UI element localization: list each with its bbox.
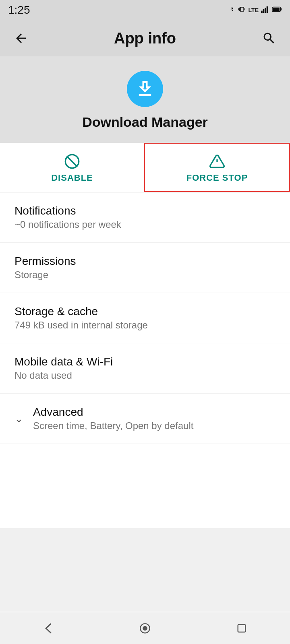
app-header: Download Manager	[0, 56, 290, 143]
svg-rect-5	[280, 8, 282, 10]
storage-subtitle: 749 kB used in internal storage	[14, 320, 148, 331]
notifications-subtitle: ~0 notifications per week	[14, 219, 121, 230]
search-button[interactable]	[258, 27, 280, 50]
storage-title: Storage & cache	[14, 305, 148, 318]
page-title: App info	[114, 30, 176, 47]
svg-marker-11	[45, 623, 52, 633]
permissions-title: Permissions	[14, 255, 76, 268]
notifications-item[interactable]: Notifications ~0 notifications per week	[0, 192, 290, 243]
content-spacer	[0, 528, 290, 612]
status-time: 1:25	[8, 4, 30, 17]
svg-rect-14	[238, 624, 246, 632]
advanced-subtitle: Screen time, Battery, Open by default	[33, 420, 193, 431]
svg-rect-3	[267, 6, 268, 12]
nav-home-button[interactable]	[133, 616, 157, 640]
mobile-data-item[interactable]: Mobile data & Wi-Fi No data used	[0, 343, 290, 394]
mobile-data-subtitle: No data used	[14, 370, 113, 381]
storage-item[interactable]: Storage & cache 749 kB used in internal …	[0, 293, 290, 343]
signal-icon	[261, 6, 270, 15]
permissions-item[interactable]: Permissions Storage	[0, 243, 290, 293]
svg-rect-6	[273, 7, 280, 10]
svg-point-13	[143, 626, 147, 631]
nav-back-button[interactable]	[36, 616, 60, 640]
svg-rect-0	[261, 10, 263, 12]
svg-rect-2	[265, 8, 266, 13]
nav-recents-button[interactable]	[230, 616, 254, 640]
action-row: DISABLE FORCE STOP	[0, 143, 290, 192]
bottom-nav	[0, 612, 290, 644]
battery-icon	[272, 6, 282, 15]
chevron-down-icon: ⌄	[14, 413, 23, 425]
menu-list: Notifications ~0 notifications per week …	[0, 192, 290, 528]
bluetooth-icon	[228, 5, 236, 16]
permissions-subtitle: Storage	[14, 269, 76, 281]
status-bar: 1:25 LTE	[0, 0, 290, 20]
status-icons: LTE	[228, 5, 282, 16]
force-stop-label: FORCE STOP	[186, 173, 248, 183]
advanced-item[interactable]: ⌄ Advanced Screen time, Battery, Open by…	[0, 394, 290, 444]
vibrate-icon	[238, 5, 246, 16]
app-name: Download Manager	[82, 114, 208, 130]
force-stop-button[interactable]: FORCE STOP	[144, 143, 290, 192]
svg-line-8	[67, 156, 77, 167]
app-bar: App info	[0, 20, 290, 56]
back-button[interactable]	[10, 27, 32, 50]
svg-rect-1	[263, 9, 265, 13]
advanced-title: Advanced	[33, 406, 193, 419]
disable-label: DISABLE	[51, 173, 93, 183]
disable-button[interactable]: DISABLE	[0, 143, 144, 192]
mobile-data-title: Mobile data & Wi-Fi	[14, 355, 113, 368]
app-icon	[127, 71, 163, 107]
lte-call-icon: LTE	[249, 7, 259, 13]
notifications-title: Notifications	[14, 204, 121, 217]
